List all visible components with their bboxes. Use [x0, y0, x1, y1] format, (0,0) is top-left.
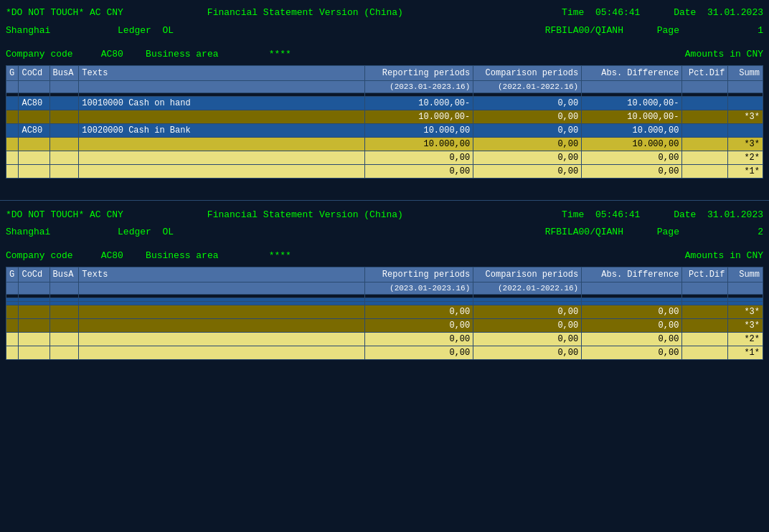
page1-area-label: Business area — [146, 49, 218, 60]
page2-meta-left: Shanghai Ledger OL — [6, 225, 174, 240]
p1-row-2: 10.000,00-0,0010.000,00-*3* — [6, 110, 763, 123]
p2-col-cocd-header: CoCd — [19, 267, 49, 282]
p1-row-5-g — [6, 151, 19, 164]
p1-row-6-cocd — [19, 164, 49, 178]
p1-row-4-texts — [79, 137, 365, 151]
page1-do-not-touch: *DO NOT TOUCH* AC CNY — [6, 7, 123, 18]
page1-amounts: Amounts in CNY — [685, 49, 763, 60]
page2-table-header-row: G CoCd BusA Texts Reporting periods Comp… — [6, 267, 763, 282]
page1-table-body: AC8010010000 Cash on hand10.000,00-0,001… — [6, 92, 763, 178]
page1-table: G CoCd BusA Texts Reporting periods Comp… — [6, 65, 763, 179]
p1-row-3: AC8010020000 Cash in Bank10.000,000,0010… — [6, 123, 763, 137]
page1-meta: Shanghai Ledger OL RFBILA00/QIANH Page 1 — [6, 22, 763, 40]
page2-table-subheader-row: (2023.01-2023.16) (2022.01-2022.16) — [6, 282, 763, 295]
p2-row-5: 0,000,000,00*2* — [6, 333, 763, 346]
page2-header-right: Time 05:46:41 Date 31.01.2023 — [562, 208, 763, 223]
p2-col-comp-header: Comparison periods — [473, 267, 582, 282]
page2-title-center: Financial Statement Version (China) — [207, 209, 403, 220]
p2-row-4-pct — [682, 319, 728, 333]
page1-ledger-label: Ledger — [118, 25, 151, 36]
subheader-busa — [49, 80, 79, 92]
p1-row-6-rep: 0,00 — [365, 164, 473, 178]
subheader-comp: (2022.01-2022.16) — [473, 80, 582, 92]
page1-meta-left: Shanghai Ledger OL — [6, 24, 174, 39]
subheader-texts — [79, 80, 365, 92]
p1-row-3-busa — [49, 123, 79, 137]
p2-row-6-texts — [79, 346, 365, 360]
page1-page-number: 1 — [758, 25, 763, 36]
p2-row-4-texts — [79, 319, 365, 333]
p2-col-g-header: G — [6, 267, 19, 282]
p2-row-4: 0,000,000,00*3* — [6, 319, 763, 333]
p2-row-3-sum: *3* — [728, 305, 763, 319]
col-comp-header: Comparison periods — [473, 65, 582, 80]
p2-row-3-texts — [79, 305, 365, 319]
page2-time-label: Time — [562, 209, 584, 220]
page2-report-id: RFBILA00/QIANH — [545, 227, 623, 237]
p1-row-1-cocd: AC80 — [19, 96, 49, 110]
p1-row-1-g — [6, 96, 19, 110]
p1-row-1-comp: 0,00 — [473, 96, 582, 110]
p1-row-1-busa — [49, 96, 79, 110]
page1-company: Company code AC80 Business area **** Amo… — [6, 49, 763, 60]
p2-subheader-sum — [728, 282, 763, 295]
p1-row-1-sum — [728, 96, 763, 110]
p1-row-6-pct — [682, 164, 728, 178]
page1-meta-right: RFBILA00/QIANH Page 1 — [545, 24, 763, 39]
p2-row-3-cocd — [19, 305, 49, 319]
p2-row-3-pct — [682, 305, 728, 319]
page1-code-label: Company code — [6, 49, 73, 60]
subheader-rep: (2023.01-2023.16) — [365, 80, 473, 92]
p1-row-3-rep: 10.000,00 — [365, 123, 473, 137]
subheader-g — [6, 80, 19, 92]
col-rep-header: Reporting periods — [365, 65, 473, 80]
p2-subheader-g — [6, 282, 19, 295]
page2-date-value: 31.01.2023 — [707, 209, 763, 220]
p1-row-1-texts: 10010000 Cash on hand — [79, 96, 365, 110]
p1-row-6-busa — [49, 164, 79, 178]
p1-row-2-pct — [682, 110, 728, 123]
p1-row-6: 0,000,000,00*1* — [6, 164, 763, 178]
page2-header: *DO NOT TOUCH* AC CNY Financial Statemen… — [6, 206, 763, 224]
col-busa-header: BusA — [49, 65, 79, 80]
p1-row-4-rep: 10.000,00 — [365, 137, 473, 151]
page1-table-header-row: G CoCd BusA Texts Reporting periods Comp… — [6, 65, 763, 80]
p2-col-rep-header: Reporting periods — [365, 267, 473, 282]
page2-page-number: 2 — [758, 227, 763, 237]
page1-location: Shanghai — [6, 25, 50, 36]
page2-ledger-value: OL — [162, 227, 174, 237]
p2-row-5-g — [6, 333, 19, 346]
p1-row-2-abs: 10.000,00- — [582, 110, 682, 123]
p1-row-2-sum: *3* — [728, 110, 763, 123]
p1-row-5-cocd — [19, 151, 49, 164]
p2-col-sum-header: Summ — [728, 267, 763, 282]
p2-row-5-rep: 0,00 — [365, 333, 473, 346]
p1-row-3-cocd: AC80 — [19, 123, 49, 137]
p1-row-2-g — [6, 110, 19, 123]
p2-row-5-busa — [49, 333, 79, 346]
p1-row-3-texts: 10020000 Cash in Bank — [79, 123, 365, 137]
page2-amounts-label: Amounts in CNY — [685, 250, 763, 261]
p2-subheader-cocd — [19, 282, 49, 295]
p1-row-4-abs: 10.000,00 — [582, 137, 682, 151]
p2-row-3-g — [6, 305, 19, 319]
p2-subheader-texts — [79, 282, 365, 295]
page1-amounts-label: Amounts in CNY — [685, 49, 763, 60]
p1-row-5-sum: *2* — [728, 151, 763, 164]
page2-company: Company code AC80 Business area **** Amo… — [6, 250, 763, 261]
p2-row-3-comp: 0,00 — [473, 305, 582, 319]
page2-page-label: Page — [657, 227, 679, 237]
p2-row-4-rep: 0,00 — [365, 319, 473, 333]
p2-row-6-cocd — [19, 346, 49, 360]
page1-report-id: RFBILA00/QIANH — [545, 25, 623, 36]
p2-row-4-abs: 0,00 — [582, 319, 682, 333]
page1-date-label: Date — [674, 7, 696, 18]
page1-header: *DO NOT TOUCH* AC CNY Financial Statemen… — [6, 4, 763, 22]
p2-col-abs-header: Abs. Difference — [582, 267, 682, 282]
page2-table-body: 0,000,000,00*3*0,000,000,00*3*0,000,000,… — [6, 295, 763, 360]
page2-meta-right: RFBILA00/QIANH Page 2 — [545, 225, 763, 240]
p2-row-4-g — [6, 319, 19, 333]
p2-subheader-rep: (2023.01-2023.16) — [365, 282, 473, 295]
subheader-pct — [682, 80, 728, 92]
p2-row-6-comp: 0,00 — [473, 346, 582, 360]
